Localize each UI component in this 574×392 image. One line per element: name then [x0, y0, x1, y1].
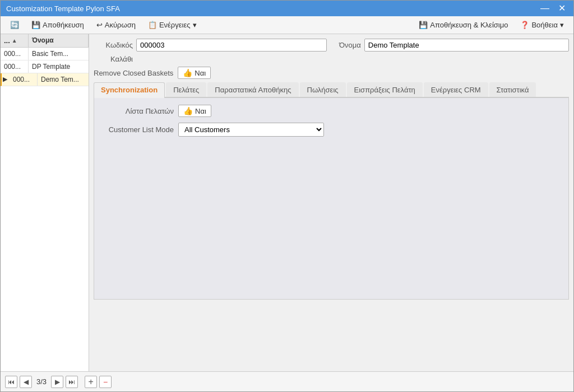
cancel-button[interactable]: ↩ Ακύρωση: [91, 18, 141, 31]
list-cell-dots-2: 000...: [1, 60, 29, 73]
prev-page-button[interactable]: ◀: [20, 376, 32, 388]
list-cell-dots-3: 000...: [10, 73, 38, 86]
name-input[interactable]: [364, 39, 569, 52]
code-input[interactable]: [136, 39, 327, 52]
col-header-name: Όνομα: [29, 34, 89, 47]
list-item[interactable]: 000... Basic Tem...: [1, 48, 89, 60]
code-label: Κωδικός: [94, 41, 133, 49]
tab-statistika[interactable]: Στατιστικά: [489, 82, 536, 97]
name-label: Όνομα: [339, 41, 361, 49]
help-button[interactable]: ❓ Βοήθεια ▾: [515, 18, 569, 31]
active-row-arrow-icon: ▶: [2, 73, 10, 86]
tabs-container: Synchronization Πελάτες Παραστατικά Αποθ…: [94, 82, 569, 300]
sort-arrow-icon: ▲: [12, 38, 17, 44]
lista-thumbs-up-icon: 👍: [183, 106, 193, 115]
remove-closed-label: Remove Closed Baskets: [94, 69, 173, 77]
refresh-icon: 🔄: [10, 21, 19, 29]
add-record-button[interactable]: +: [85, 376, 97, 388]
remove-closed-yes-badge[interactable]: 👍 Ναι: [178, 67, 211, 79]
remove-closed-row: Remove Closed Baskets 👍 Ναι: [94, 67, 569, 79]
tab-energeies-crm[interactable]: Ενέργειες CRM: [424, 82, 488, 97]
save-button[interactable]: 💾 Αποθήκευση: [26, 18, 89, 31]
remove-record-button[interactable]: −: [99, 376, 112, 388]
list-cell-dots-1: 000...: [1, 48, 29, 60]
save-close-icon: 💾: [419, 21, 428, 29]
list-cell-name-2: DP Template: [29, 60, 89, 73]
main-content: ... ▲ Όνομα 000... Basic Tem... 000... D…: [1, 34, 573, 371]
customer-list-mode-label: Customer List Mode: [101, 125, 174, 134]
right-panel: Κωδικός Όνομα Καλάθι Remove Closed Baske…: [89, 34, 573, 371]
first-page-button[interactable]: ⏮: [5, 376, 17, 388]
customer-list-mode-select[interactable]: All Customers Selected Customers None: [178, 123, 324, 137]
help-dropdown-icon: ▾: [560, 21, 564, 29]
actions-button[interactable]: 📋 Ενέργειες ▾: [143, 18, 202, 31]
window-controls: — ✕: [538, 4, 568, 13]
page-info: 3/3: [36, 377, 47, 386]
lista-pelaton-yes-badge[interactable]: 👍 Ναι: [178, 105, 211, 117]
remove-closed-yes-label: Ναι: [195, 69, 206, 77]
window-title: Customization Template Pylon SFA: [6, 4, 120, 13]
last-page-button[interactable]: ⏭: [66, 376, 78, 388]
list-cell-name-3: Demo Tem...: [38, 73, 89, 86]
main-window: Customization Template Pylon SFA — ✕ 🔄 💾…: [0, 0, 574, 392]
title-bar: Customization Template Pylon SFA — ✕: [1, 1, 573, 16]
code-name-row: Κωδικός Όνομα: [94, 39, 569, 52]
minimize-button[interactable]: —: [538, 4, 552, 13]
save-icon: 💾: [31, 21, 40, 29]
kalathi-label: Καλάθι: [94, 55, 133, 63]
tab-pelates[interactable]: Πελάτες: [166, 82, 206, 97]
save-close-button[interactable]: 💾 Αποθήκευση & Κλείσιμο: [414, 18, 513, 31]
list-header: ... ▲ Όνομα: [1, 34, 89, 48]
refresh-button[interactable]: 🔄: [5, 18, 24, 31]
tab-poliseis[interactable]: Πωλήσεις: [300, 82, 346, 97]
left-panel: ... ▲ Όνομα 000... Basic Tem... 000... D…: [1, 34, 89, 371]
next-page-button[interactable]: ▶: [51, 376, 63, 388]
customer-list-mode-row: Customer List Mode All Customers Selecte…: [101, 123, 562, 137]
list-body: 000... Basic Tem... 000... DP Template ▶…: [1, 48, 89, 371]
list-item[interactable]: 000... DP Template: [1, 60, 89, 73]
tab-synchronization[interactable]: Synchronization: [94, 82, 165, 98]
tab-parast-apothikis[interactable]: Παραστατικά Αποθήκης: [207, 82, 298, 97]
lista-pelaton-label: Λίστα Πελατών: [101, 107, 174, 115]
thumbs-up-icon: 👍: [183, 68, 192, 77]
lista-pelaton-yes-label: Ναι: [195, 107, 206, 115]
lista-pelaton-row: Λίστα Πελατών 👍 Ναι: [101, 105, 562, 117]
close-button[interactable]: ✕: [556, 4, 568, 13]
toolbar: 🔄 💾 Αποθήκευση ↩ Ακύρωση 📋 Ενέργειες ▾ 💾…: [1, 16, 573, 34]
bottom-bar: ⏮ ◀ 3/3 ▶ ⏭ + −: [1, 371, 573, 391]
toolbar-right: 💾 Αποθήκευση & Κλείσιμο ❓ Βοήθεια ▾: [414, 18, 569, 31]
kalathi-row: Καλάθι: [94, 55, 569, 63]
actions-icon: 📋: [148, 21, 157, 29]
col-header-dots: ... ▲: [1, 34, 29, 47]
list-cell-name-1: Basic Tem...: [29, 48, 89, 60]
actions-dropdown-icon: ▾: [193, 21, 197, 29]
list-item-active[interactable]: ▶ 000... Demo Tem...: [1, 73, 89, 86]
tabs-header: Synchronization Πελάτες Παραστατικά Αποθ…: [94, 82, 569, 98]
tab-content-synchronization: Λίστα Πελατών 👍 Ναι Customer List Mode A…: [94, 98, 569, 300]
help-icon: ❓: [520, 21, 529, 29]
cancel-icon: ↩: [96, 21, 103, 29]
tab-eispraksis[interactable]: Εισπράξεις Πελάτη: [347, 82, 423, 97]
